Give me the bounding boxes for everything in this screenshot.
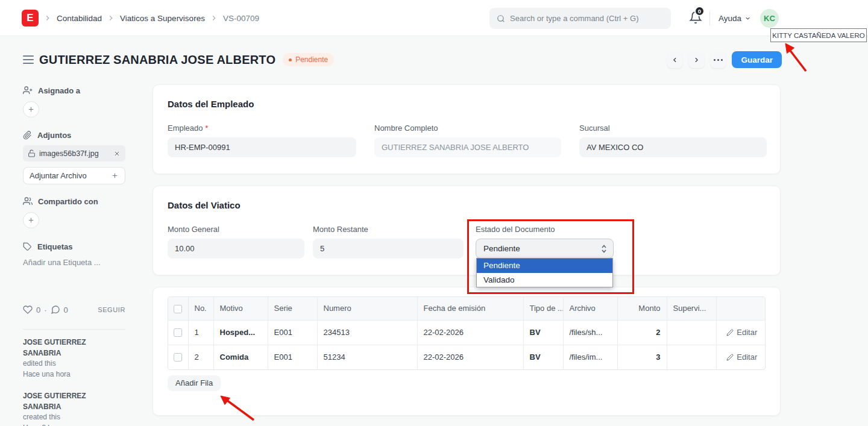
cell-tipo[interactable]: BV [523, 320, 563, 345]
attach-file-label: Adjuntar Archivo [30, 171, 87, 180]
search-input[interactable] [510, 14, 664, 23]
field-sucursal: Sucursal [579, 124, 767, 157]
activity-time: Hace 2 horas [23, 423, 125, 426]
chevron-left-icon [671, 56, 679, 64]
activity-action: created this [23, 412, 125, 423]
dropdown-option-pendiente[interactable]: Pendiente [477, 258, 612, 273]
cell-fecha[interactable]: 22-02-2026 [417, 345, 523, 369]
select-all-checkbox[interactable] [174, 305, 182, 313]
attachments-label: Adjuntos [37, 131, 71, 140]
search-icon [497, 14, 505, 23]
social-row: 0 · 0 SEGUIR [23, 305, 125, 315]
tag-icon [23, 242, 32, 251]
comment-icon[interactable] [51, 305, 60, 315]
dot-separator: · [44, 305, 46, 315]
cell-tipo[interactable]: BV [523, 345, 563, 369]
attach-file-button[interactable]: Adjuntar Archivo [23, 167, 125, 184]
chevron-right-icon [210, 14, 218, 22]
page-actions: Guardar [667, 51, 782, 68]
next-document-button[interactable] [688, 52, 705, 68]
section-title: Datos del Viatico [168, 186, 766, 210]
cell-monto[interactable]: 3 [617, 345, 667, 369]
col-serie: Serie [268, 297, 317, 320]
grid-table-wrap: No. Motivo Serie Numero Fecha de emisión… [168, 296, 766, 370]
page-title: GUTIERREZ SANABRIA JOSE ALBERTO [39, 53, 275, 67]
field-label: Estado del Documento [476, 225, 614, 234]
cell-archivo[interactable]: /files/sh... [563, 320, 617, 345]
notification-count-badge: 0 [694, 6, 705, 16]
dropdown-option-validado[interactable]: Validado [477, 273, 612, 287]
row-checkbox[interactable] [174, 328, 182, 337]
status-badge: Pendiente [283, 53, 334, 66]
prev-document-button[interactable] [667, 52, 683, 68]
col-supervisor: Supervi... [667, 297, 716, 320]
save-button[interactable]: Guardar [732, 51, 782, 68]
monto-restante-input[interactable] [313, 239, 464, 258]
add-assignment-button[interactable] [23, 101, 39, 117]
notifications-button[interactable]: 0 [689, 11, 705, 27]
app-logo[interactable]: E [22, 10, 39, 27]
breadcrumb-item-viaticos[interactable]: Viaticos a Supervisores [120, 14, 205, 23]
cell-archivo[interactable]: /files/im... [563, 345, 617, 369]
chevron-right-icon [107, 14, 115, 22]
breadcrumb-item-current-doc: VS-00709 [223, 14, 259, 23]
comments-count: 0 [64, 305, 68, 315]
cell-supervisor[interactable] [667, 345, 716, 369]
add-row-button[interactable]: Añadir Fila [168, 375, 221, 391]
nombre-completo-input [374, 137, 561, 157]
cell-supervisor[interactable] [667, 320, 716, 345]
sucursal-input[interactable] [579, 137, 767, 157]
cell-serie[interactable]: E001 [268, 320, 317, 345]
cell-serie[interactable]: E001 [268, 345, 317, 369]
likes-count: 0 [36, 305, 40, 315]
tags-section: Etiquetas [23, 242, 125, 251]
user-avatar[interactable]: KC [760, 9, 779, 28]
users-icon [23, 196, 33, 206]
cell-numero[interactable]: 51234 [317, 345, 417, 369]
edit-row-button[interactable]: Editar [717, 321, 766, 345]
empleado-input[interactable] [168, 137, 356, 157]
sidebar-divider [23, 329, 125, 330]
cell-numero[interactable]: 234513 [317, 320, 417, 345]
remove-attachment-icon[interactable] [113, 150, 121, 157]
field-label: Monto General [168, 225, 304, 234]
attachments-section: Adjuntos [23, 130, 125, 140]
col-archivo: Archivo [563, 297, 617, 320]
sidebar-toggle-icon[interactable] [23, 55, 34, 64]
field-label: Empleado * [168, 124, 356, 133]
plus-icon [111, 172, 119, 180]
breadcrumb-item-contabilidad[interactable]: Contabilidad [57, 14, 102, 23]
cell-monto[interactable]: 2 [617, 320, 667, 345]
activity-user: JOSE GUTIERREZ SANABRIA [23, 337, 125, 359]
monto-general-input[interactable] [168, 239, 304, 258]
paperclip-icon [23, 131, 32, 140]
more-actions-button[interactable] [710, 52, 726, 68]
unlock-icon[interactable] [28, 149, 36, 157]
row-checkbox[interactable] [174, 353, 182, 362]
cell-motivo[interactable]: Comida [213, 345, 268, 369]
edit-row-button[interactable]: Editar [717, 345, 766, 369]
field-label: Sucursal [579, 124, 767, 133]
field-nombre-completo: Nombre Completo [374, 124, 561, 157]
estado-documento-select[interactable]: Pendiente [476, 239, 614, 258]
field-label: Nombre Completo [374, 124, 561, 133]
follow-button[interactable]: SEGUIR [98, 306, 125, 313]
cell-motivo[interactable]: Hosped... [213, 320, 268, 345]
top-navbar: E Contabilidad Viaticos a Supervisores V… [0, 0, 868, 36]
col-no: No. [188, 297, 213, 320]
activity-action: edited this [23, 359, 125, 369]
field-label: Monto Restante [313, 225, 464, 234]
field-estado-documento: Estado del Documento Pendiente [476, 225, 614, 258]
cell-no: 1 [188, 320, 213, 345]
help-menu[interactable]: Ayuda [719, 0, 751, 36]
add-share-button[interactable] [23, 212, 39, 228]
table-header-row: No. Motivo Serie Numero Fecha de emisión… [168, 297, 766, 320]
cell-fecha[interactable]: 22-02-2026 [417, 320, 523, 345]
add-tag-input[interactable]: Añadir una Etiqueta ... [23, 258, 125, 267]
heart-icon[interactable] [23, 305, 33, 315]
estado-dropdown-list: Pendiente Validado [476, 258, 613, 287]
attachment-filename[interactable]: images56b37f.jpg [39, 149, 110, 158]
table-row: 2 Comida E001 51234 22-02-2026 BV /files… [168, 345, 766, 369]
field-empleado: Empleado * [168, 124, 356, 157]
attachment-item: images56b37f.jpg [23, 145, 125, 161]
